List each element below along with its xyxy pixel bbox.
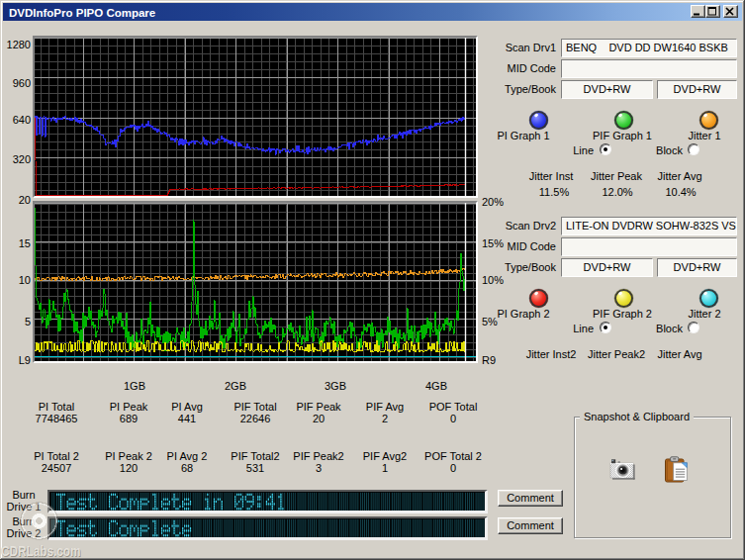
snapshot-camera-button[interactable] <box>609 458 636 483</box>
comment-drive1-button[interactable]: Comment <box>498 490 563 507</box>
maximize-icon <box>707 7 717 16</box>
pif-jitter-graph-canvas <box>35 203 476 361</box>
grid-lines <box>35 38 476 196</box>
pif-axis-tick-15: 15 <box>0 238 31 249</box>
jitter-avg1-value: 10.4% <box>641 186 720 198</box>
line-mode2-label: Line <box>534 323 594 334</box>
block-mode1-label: Block <box>623 144 683 156</box>
pi-axis-tick-640: 640 <box>0 115 31 126</box>
stat-value-row1-7: 0 <box>412 413 495 424</box>
mid-code2-label: MID Code <box>495 240 556 252</box>
stat-label-row2-7: POF Total 2 <box>412 450 495 462</box>
pif-jitter-graph-plot <box>33 201 478 363</box>
block-mode2-label: Block <box>623 323 683 334</box>
pi-axis-tick-320: 320 <box>0 154 31 165</box>
type-book1-value-box-2: DVD+RW <box>657 80 737 99</box>
layer-label-right: R9 <box>482 355 512 366</box>
block-mode2-radio[interactable] <box>688 322 699 333</box>
burn-drive1-status-display <box>47 490 488 513</box>
clipboard-icon <box>665 456 690 483</box>
burn-drive1-label-line2: Drive 1 <box>0 501 47 513</box>
type-book2-label: Type/Book <box>493 261 556 273</box>
line-mode1-radio[interactable] <box>600 143 611 155</box>
clipboard-copy-button[interactable] <box>665 456 690 485</box>
pi-graph1-label: PI Graph 1 <box>484 130 563 141</box>
type-book2-value-box-2: DVD+RW <box>657 258 737 277</box>
series-jitter-1 <box>35 269 465 282</box>
scan-drive1-label: Scan Drv1 <box>495 42 556 53</box>
series-pi-drive-2 <box>35 117 465 196</box>
pif-axis-tick-10: 10 <box>0 275 31 286</box>
pif-axis-tick-right-10%: 10% <box>482 275 512 286</box>
stat-value-row1-1: 7748465 <box>15 413 98 424</box>
scan-drive2-value-box: LITE-ON DVDRW SOHW-832S VS0B <box>561 217 737 235</box>
jitter-avg1-label: Jitter Avg <box>640 170 719 182</box>
series-pi-drive-1 <box>35 116 465 155</box>
burn-drive2-label-line1: Burn <box>0 515 47 527</box>
pif-graph1-label: PIF Graph 1 <box>583 130 662 141</box>
pi-graph-plot <box>33 36 478 198</box>
window-title: DVDInfoPro PIPO Compare <box>9 7 155 19</box>
line-mode2-radio[interactable] <box>600 322 611 333</box>
close-button[interactable] <box>723 5 738 18</box>
grid-lines <box>35 203 476 361</box>
pi-graph1-led[interactable] <box>529 111 548 130</box>
app-window: DVDInfoPro PIPO Compare 1280960640320201… <box>0 0 745 560</box>
pi-graph2-label: PI Graph 2 <box>484 308 563 320</box>
scan-drive1-value-box: BENQ DVD DD DW1640 BSKB <box>561 39 737 57</box>
pi-graph-canvas <box>35 38 476 196</box>
x-axis-tick-1GB: 1GB <box>115 380 154 391</box>
maximize-button[interactable] <box>705 5 720 18</box>
stat-value-row2-1: 24507 <box>15 462 98 474</box>
pif-axis-tick-right-20%: 20% <box>482 197 512 208</box>
jitter2-led[interactable] <box>699 289 718 308</box>
pi-axis-tick-20: 20 <box>0 195 31 206</box>
type-book1-label: Type/Book <box>493 83 556 95</box>
jitter2-label: Jitter 2 <box>665 308 744 320</box>
stat-label-row2-1: PI Total 2 <box>15 450 98 462</box>
mid-code2-value-box <box>561 237 737 256</box>
minimize-icon <box>693 7 702 16</box>
snapshot-clipboard-group <box>574 417 731 538</box>
burn-drive2-status-display <box>47 516 488 540</box>
layer-label-left: L9 <box>0 355 31 366</box>
jitter1-label: Jitter 1 <box>665 130 744 141</box>
pif-graph2-label: PIF Graph 2 <box>583 308 662 320</box>
jitter1-led[interactable] <box>699 111 718 130</box>
stat-label-row1-1: PI Total <box>15 401 98 413</box>
comment-drive2-button[interactable]: Comment <box>498 517 563 534</box>
mid-code1-label: MID Code <box>495 62 556 74</box>
line-mode1-label: Line <box>534 144 594 156</box>
pif-graph1-led[interactable] <box>614 111 633 130</box>
type-book1-value-box-1: DVD+RW <box>561 80 653 99</box>
block-mode1-radio[interactable] <box>688 143 699 155</box>
title-bar: DVDInfoPro PIPO Compare <box>3 3 742 21</box>
cdrlabs-watermark: CDRLabs.com <box>1 543 80 559</box>
pi-axis-tick-1280: 1280 <box>0 40 31 50</box>
minimize-button[interactable] <box>691 5 705 18</box>
snapshot-clipboard-group-label: Snapshot & Clipboard <box>580 411 694 422</box>
burn-drive2-label-line2: Drive 2 <box>0 527 47 539</box>
jitter-avg2-label: Jitter Avg <box>640 348 719 360</box>
x-axis-tick-4GB: 4GB <box>417 380 456 391</box>
x-axis-tick-2GB: 2GB <box>216 380 255 391</box>
burn-drive1-label-line1: Burn <box>0 489 47 501</box>
stat-label-row1-7: POF Total <box>412 401 495 413</box>
stat-value-row2-7: 0 <box>412 462 495 474</box>
pif-graph2-led[interactable] <box>614 289 633 308</box>
type-book2-value-box-1: DVD+RW <box>561 258 653 277</box>
pi-axis-tick-960: 960 <box>0 78 31 89</box>
mid-code1-value-box <box>561 59 737 78</box>
pif-axis-tick-5: 5 <box>0 317 31 327</box>
close-icon <box>725 7 735 16</box>
pi-graph2-led[interactable] <box>529 289 548 308</box>
x-axis-tick-3GB: 3GB <box>316 380 355 391</box>
camera-icon <box>609 458 636 481</box>
scan-drive2-label: Scan Drv2 <box>495 220 556 232</box>
